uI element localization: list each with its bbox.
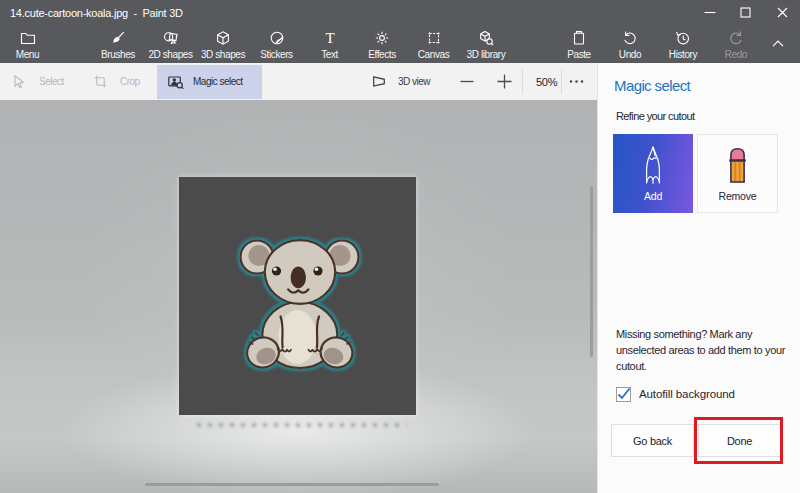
svg-text:T: T [325, 30, 334, 46]
